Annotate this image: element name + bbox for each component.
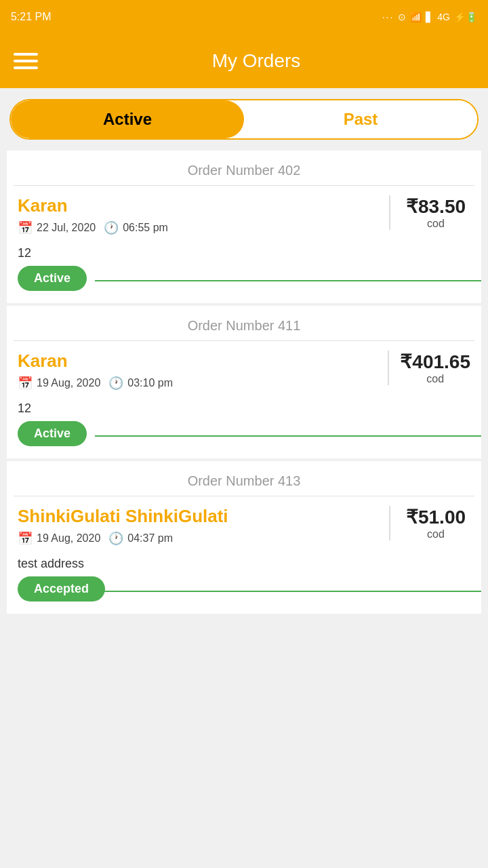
clock-icon: 🕐 bbox=[104, 220, 119, 235]
order-body: ShinkiGulati ShinkiGulati 📅 19 Aug, 2020… bbox=[7, 496, 481, 557]
order-payment-type: cod bbox=[426, 373, 444, 385]
order-date-item: 📅 22 Jul, 2020 bbox=[18, 220, 96, 235]
orders-list: Order Number 402 Karan 📅 22 Jul, 2020 🕐 … bbox=[0, 151, 488, 616]
order-number: Order Number 413 bbox=[7, 461, 481, 496]
clock-icon: 🕐 bbox=[108, 376, 123, 391]
order-number: Order Number 402 bbox=[7, 151, 481, 185]
order-body: Karan 📅 22 Jul, 2020 🕐 06:55 pm ₹83.50 c… bbox=[7, 186, 481, 246]
status-badge-row: Accepted bbox=[7, 574, 481, 607]
page-title: My Orders bbox=[38, 50, 474, 72]
order-date-item: 📅 19 Aug, 2020 bbox=[18, 531, 100, 546]
order-address: test address bbox=[7, 557, 481, 574]
hamburger-line-1 bbox=[14, 53, 38, 56]
order-time: 03:10 pm bbox=[127, 377, 173, 389]
hamburger-line-3 bbox=[14, 66, 38, 69]
order-price: ₹83.50 bbox=[406, 195, 466, 218]
order-time-item: 🕐 03:10 pm bbox=[108, 376, 173, 391]
order-number: Order Number 411 bbox=[7, 306, 481, 340]
order-payment-type: cod bbox=[427, 218, 445, 230]
battery-icon: ⚡🔋 bbox=[454, 12, 477, 22]
clock-icon: 🕐 bbox=[108, 531, 123, 546]
signal-bars-icon: ▋ bbox=[426, 12, 433, 22]
order-info: ShinkiGulati ShinkiGulati 📅 19 Aug, 2020… bbox=[18, 506, 389, 551]
order-price-col: ₹401.65 cod bbox=[388, 351, 470, 385]
order-card[interactable]: Order Number 402 Karan 📅 22 Jul, 2020 🕐 … bbox=[7, 151, 481, 303]
status-badge-row: Active bbox=[7, 263, 481, 296]
order-date-item: 📅 19 Aug, 2020 bbox=[18, 376, 100, 391]
app-header: My Orders bbox=[0, 34, 488, 88]
location-icon: ⊙ bbox=[398, 12, 406, 22]
status-badge: Active bbox=[18, 421, 87, 446]
order-card[interactable]: Order Number 413 ShinkiGulati ShinkiGula… bbox=[7, 461, 481, 614]
status-badge-row: Active bbox=[7, 418, 481, 452]
hamburger-line-2 bbox=[14, 60, 38, 62]
order-card[interactable]: Order Number 411 Karan 📅 19 Aug, 2020 🕐 … bbox=[7, 306, 481, 458]
hamburger-menu-button[interactable] bbox=[14, 53, 38, 69]
order-price: ₹401.65 bbox=[400, 351, 470, 373]
status-time: 5:21 PM bbox=[11, 11, 52, 23]
order-price-col: ₹83.50 cod bbox=[389, 195, 470, 230]
tab-bar: Active Past bbox=[9, 99, 479, 140]
order-customer-name: Karan bbox=[18, 195, 389, 216]
order-customer-name: ShinkiGulati ShinkiGulati bbox=[18, 506, 389, 527]
order-address: 12 bbox=[7, 246, 481, 263]
badge-line bbox=[95, 435, 481, 437]
network-type: 4G bbox=[437, 12, 450, 22]
badge-line bbox=[95, 280, 481, 281]
order-date: 19 Aug, 2020 bbox=[37, 532, 100, 545]
order-info: Karan 📅 19 Aug, 2020 🕐 03:10 pm bbox=[18, 351, 388, 396]
calendar-icon: 📅 bbox=[18, 376, 33, 391]
order-time: 06:55 pm bbox=[123, 222, 168, 234]
order-meta: 📅 19 Aug, 2020 🕐 04:37 pm bbox=[18, 531, 389, 546]
calendar-icon: 📅 bbox=[18, 531, 33, 546]
order-time-item: 🕐 06:55 pm bbox=[104, 220, 168, 235]
order-date: 19 Aug, 2020 bbox=[37, 377, 100, 389]
order-info: Karan 📅 22 Jul, 2020 🕐 06:55 pm bbox=[18, 195, 389, 241]
badge-line bbox=[95, 591, 481, 592]
order-customer-name: Karan bbox=[18, 351, 388, 372]
status-badge: Active bbox=[18, 266, 87, 291]
wifi-icon: 📶 bbox=[410, 12, 422, 22]
status-bar: 5:21 PM ··· ⊙ 📶 ▋ 4G ⚡🔋 bbox=[0, 0, 488, 34]
order-price-col: ₹51.00 cod bbox=[389, 506, 470, 540]
signal-dots-icon: ··· bbox=[382, 12, 394, 22]
calendar-icon: 📅 bbox=[18, 220, 33, 235]
order-date: 22 Jul, 2020 bbox=[37, 222, 96, 234]
order-meta: 📅 19 Aug, 2020 🕐 03:10 pm bbox=[18, 376, 388, 391]
tab-past[interactable]: Past bbox=[244, 100, 477, 138]
status-badge: Accepted bbox=[18, 576, 105, 601]
order-meta: 📅 22 Jul, 2020 🕐 06:55 pm bbox=[18, 220, 389, 235]
order-time-item: 🕐 04:37 pm bbox=[108, 531, 173, 546]
status-icons: ··· ⊙ 📶 ▋ 4G ⚡🔋 bbox=[382, 12, 477, 22]
tab-active[interactable]: Active bbox=[11, 100, 244, 138]
order-body: Karan 📅 19 Aug, 2020 🕐 03:10 pm ₹401.65 … bbox=[7, 341, 481, 401]
order-payment-type: cod bbox=[427, 528, 445, 540]
order-address: 12 bbox=[7, 401, 481, 418]
order-time: 04:37 pm bbox=[127, 532, 173, 545]
order-price: ₹51.00 bbox=[406, 506, 466, 528]
